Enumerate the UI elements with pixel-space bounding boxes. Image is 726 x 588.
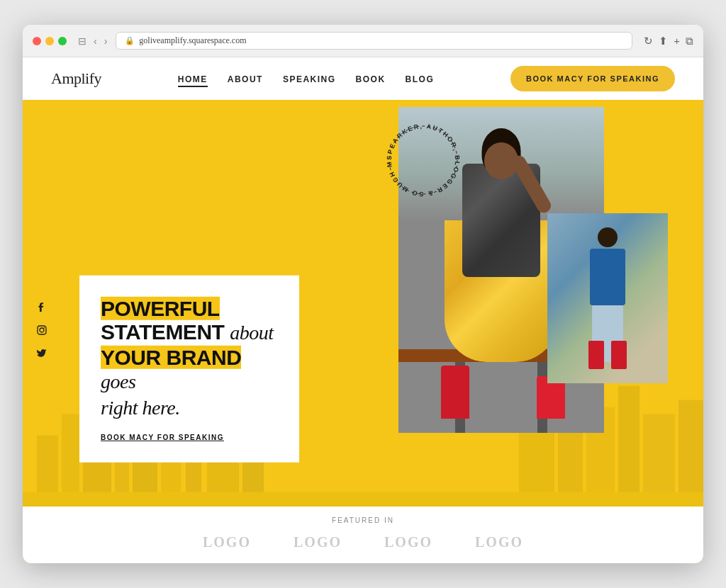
nav-item-home[interactable]: HOME <box>178 72 208 85</box>
nav-link-home[interactable]: HOME <box>178 74 208 87</box>
browser-controls: ⊟ ‹ › <box>77 35 108 47</box>
svg-rect-0 <box>38 326 46 334</box>
nav-links: HOME ABOUT SPEAKING BOOK BLOG <box>178 72 435 85</box>
address-bar[interactable]: 🔒 goliveamplify.squarespace.com <box>116 32 632 50</box>
logo-4: LOGO <box>475 534 523 550</box>
logo-1: LOGO <box>203 534 251 550</box>
hero-section: POWERFUL STATEMENT about YOUR BRAND goes… <box>23 100 703 563</box>
minimize-button[interactable] <box>45 37 54 45</box>
svg-rect-17 <box>643 414 675 492</box>
svg-rect-16 <box>618 386 640 492</box>
nav-item-speaking[interactable]: SPEAKING <box>283 72 336 85</box>
svg-point-1 <box>40 328 44 332</box>
nav-item-about[interactable]: ABOUT <box>228 72 263 85</box>
svg-point-2 <box>44 327 45 329</box>
logo-row: LOGO LOGO LOGO LOGO <box>203 534 523 550</box>
nav-item-blog[interactable]: BLOG <box>406 72 435 85</box>
maximize-button[interactable] <box>58 37 67 45</box>
hero-photo-secondary <box>547 213 668 383</box>
instagram-icon[interactable] <box>37 325 47 338</box>
featured-label: FEATURED IN <box>332 516 394 524</box>
twitter-icon[interactable] <box>37 348 47 361</box>
website-content: Amplify HOME ABOUT SPEAKING BOOK BLOG BO <box>23 57 703 563</box>
nav-link-about[interactable]: ABOUT <box>228 74 263 84</box>
logo-2: LOGO <box>294 534 342 550</box>
close-button[interactable] <box>33 37 41 45</box>
browser-actions: ↻ ⬆ + ⧉ <box>644 35 693 47</box>
reload-button[interactable]: ↻ <box>644 35 653 47</box>
site-logo[interactable]: Amplify <box>51 69 101 88</box>
featured-in-section: FEATURED IN LOGO LOGO LOGO LOGO <box>23 507 703 563</box>
forward-button[interactable]: › <box>103 35 109 47</box>
facebook-icon[interactable] <box>37 303 47 315</box>
circular-badge: SPEARKER, AUTHOR, BLOGGER & SO MUCH MORE… <box>377 114 469 206</box>
sidebar-toggle-button[interactable]: ⊟ <box>77 35 88 47</box>
lock-icon: 🔒 <box>125 36 135 45</box>
nav-link-speaking[interactable]: SPEAKING <box>283 74 336 84</box>
svg-rect-18 <box>678 400 703 492</box>
svg-text:SPEARKER, AUTHOR, BLOGGER & SO: SPEARKER, AUTHOR, BLOGGER & SO MUCH MORE… <box>377 114 461 198</box>
headline-italic-goes: goes <box>101 371 135 392</box>
hero-headline: POWERFUL STATEMENT about YOUR BRAND goes… <box>101 297 274 421</box>
back-button[interactable]: ‹ <box>92 35 99 47</box>
nav-item-book[interactable]: BOOK <box>356 72 386 85</box>
headline-italic-about: about <box>230 322 273 344</box>
headline-word-powerful: POWERFUL <box>101 297 220 320</box>
browser-window: ⊟ ‹ › 🔒 goliveamplify.squarespace.com ↻ … <box>23 25 703 563</box>
svg-rect-4 <box>37 436 58 492</box>
navigation: Amplify HOME ABOUT SPEAKING BOOK BLOG BO <box>23 57 703 100</box>
url-text: goliveamplify.squarespace.com <box>139 35 246 46</box>
headline-word-statement: STATEMENT <box>101 320 224 344</box>
social-icons <box>37 303 47 361</box>
browser-chrome: ⊟ ‹ › 🔒 goliveamplify.squarespace.com ↻ … <box>23 25 703 57</box>
new-tab-button[interactable]: + <box>674 35 680 47</box>
tab-overview-button[interactable]: ⧉ <box>686 35 693 47</box>
traffic-lights <box>33 37 67 45</box>
logo-3: LOGO <box>384 534 432 550</box>
headline-italic-right-here: right here. <box>101 397 180 419</box>
nav-cta-button[interactable]: BOOK MACY FOR SPEAKING <box>510 66 675 91</box>
headline-word-your-brand: YOUR BRAND <box>101 346 241 369</box>
nav-link-blog[interactable]: BLOG <box>406 74 435 84</box>
nav-link-book[interactable]: BOOK <box>356 74 386 84</box>
hero-cta-link[interactable]: BOOK MACY FOR SPEAKING <box>101 434 224 441</box>
hero-text-box: POWERFUL STATEMENT about YOUR BRAND goes… <box>79 276 299 463</box>
share-button[interactable]: ⬆ <box>659 35 668 47</box>
svg-rect-5 <box>62 414 79 492</box>
